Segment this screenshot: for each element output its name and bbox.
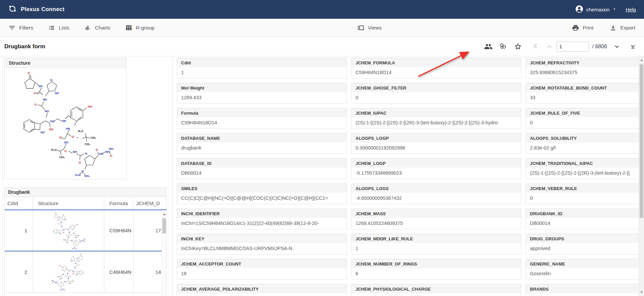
main-scrollbar-thumb[interactable] [640, 64, 643, 218]
field-label: JCHEM_GHOSE_FILTER [352, 83, 521, 92]
lists-label: Lists [59, 25, 69, 31]
form-field: CdId1 [177, 58, 347, 78]
content-area: Structure Drugbank CdId Structure Formul… [0, 56, 644, 296]
bar-chart-icon [84, 24, 92, 32]
field-value[interactable]: -4.650000095367432 [352, 193, 521, 204]
field-label: JCHEM_IUPAC [352, 108, 521, 117]
field-value[interactable]: C59H84N18O14 [352, 67, 521, 78]
scroll-up-icon[interactable] [640, 59, 643, 61]
last-record-button[interactable] [629, 42, 637, 51]
user-menu[interactable]: chemaxon [575, 5, 617, 14]
field-value[interactable]: 1 [177, 67, 346, 78]
table-row[interactable]: 2 C46H64N 14 [5, 251, 166, 293]
views-label: Views [368, 25, 382, 31]
help-link[interactable]: Help [626, 7, 636, 12]
filter-list-icon [8, 24, 16, 32]
form-field: JCHEM_MDDR_LIKE_RULE1 [351, 234, 521, 254]
views-panel-icon [357, 24, 365, 32]
main-toolbar: Filters Lists Charts R- [0, 19, 644, 37]
page-title: Drugbank form [4, 37, 45, 56]
field-label: JCHEM_ACCEPTOR_COUNT [177, 259, 346, 268]
field-value[interactable]: (2S)-1-[(2S)-2-[(2S)-2-[(2R)-3-(tert-but… [352, 117, 521, 129]
share-people-icon[interactable] [484, 42, 493, 51]
field-value[interactable]: 0 [526, 193, 639, 204]
field-column-3: JCHEM_REFRACTIVITY325.83880615234375JCHE… [526, 58, 639, 296]
download-icon [609, 24, 617, 32]
field-value[interactable]: DB00014 [526, 218, 639, 229]
field-label: JCHEM_RULE_OF_FIVE [526, 108, 639, 117]
form-field: JCHEM_REFRACTIVITY325.83880615234375 [526, 58, 639, 78]
grid-scrollbar[interactable] [162, 211, 166, 296]
field-label: BRANDS [526, 284, 639, 293]
print-button[interactable]: Print [572, 24, 593, 32]
field-value[interactable]: approved [526, 243, 639, 254]
field-value[interactable]: 1269.433 [177, 92, 346, 104]
field-value[interactable]: 325.83880615234375 [526, 67, 639, 78]
drugbank-grid: Drugbank CdId Structure Formula JCHEM_D … [4, 187, 167, 296]
grid-header-row: CdId Structure Formula JCHEM_D [5, 197, 166, 210]
field-value[interactable] [177, 293, 346, 296]
field-value[interactable]: InChI=1S/C59H84N18O14/c1-31(2)22-40(49(8… [177, 218, 346, 229]
field-value[interactable]: 0 [352, 92, 521, 104]
structure-panel-title: Structure [5, 58, 126, 68]
field-value[interactable] [526, 293, 639, 296]
previous-record-button[interactable] [545, 42, 554, 51]
scroll-up-icon[interactable] [163, 213, 166, 216]
views-button[interactable]: Views [357, 24, 382, 32]
field-value[interactable]: 6 [352, 268, 521, 280]
lists-button[interactable]: Lists [48, 24, 69, 32]
field-label: Mol Weight [177, 83, 346, 92]
field-value[interactable]: 0 [526, 117, 639, 129]
field-value[interactable]: 33 [526, 92, 639, 104]
charts-button[interactable]: Charts [84, 24, 110, 32]
main-scrollbar[interactable] [639, 56, 644, 296]
cell-cdid: 1 [5, 210, 33, 251]
filters-button[interactable]: Filters [8, 24, 33, 32]
field-value[interactable]: 0.30000001192092896 [352, 142, 521, 154]
table-row[interactable]: 1 C59H84N 17 [5, 210, 166, 251]
field-label: Formula [177, 108, 346, 117]
next-record-button[interactable] [612, 42, 621, 51]
structure-search-hexagons-icon[interactable] [499, 42, 507, 51]
field-value[interactable]: InChIKey=BLCLNMBMMGCOAS-URPVMXJPSA-N [177, 243, 346, 254]
scroll-down-icon[interactable] [640, 291, 643, 294]
grid-scrollbar-thumb[interactable] [162, 218, 166, 233]
field-value[interactable]: Goserelin [526, 268, 639, 280]
rgroup-button[interactable]: R-group [125, 24, 155, 32]
record-number-input[interactable] [556, 42, 589, 52]
rgroup-label: R-group [136, 25, 155, 31]
field-value[interactable]: C59H84N18O14 [177, 117, 346, 129]
form-field: FormulaC59H84N18O14 [177, 108, 347, 129]
field-label: GENERIC_NAME [526, 259, 639, 268]
structure-image[interactable] [5, 68, 126, 179]
field-value[interactable]: 1269.4105224609375 [352, 218, 521, 229]
field-value[interactable]: drugbank [177, 142, 346, 154]
first-record-button[interactable] [531, 42, 540, 51]
field-label: DRUGBANK_ID [526, 209, 639, 218]
column-header-cdid[interactable]: CdId [5, 197, 33, 210]
field-value[interactable]: (2S)-1-[(2S)-2-[(2S)-2-[(2R)-3-(tert-but… [526, 168, 639, 179]
field-label: JCHEM_FORMULA [352, 58, 521, 67]
field-value[interactable]: 1 [352, 243, 521, 254]
field-value[interactable]: 2.83e-02 g/l [526, 142, 639, 154]
form-field: INCHI_KEYInChIKey=BLCLNMBMMGCOAS-URPVMXJ… [177, 234, 347, 254]
form-field: DATABASE_IDDB00014 [177, 158, 347, 179]
field-value[interactable]: CC(C)C[C@H](NC(=O)[C@@H](COC(C)(C)C)NC(=… [177, 193, 346, 204]
column-header-structure[interactable]: Structure [33, 197, 104, 210]
form-field: JCHEM_NUMBER_OF_RINGS6 [351, 259, 521, 280]
field-label: JCHEM_PHYSIOLOGICAL_CHARGE [352, 284, 521, 293]
field-value[interactable]: 18 [177, 268, 346, 280]
export-button[interactable]: Export [609, 24, 635, 32]
form-field: ALOGPS_LOGS-4.650000095367432 [351, 183, 521, 204]
field-value[interactable] [352, 293, 521, 296]
favorite-star-icon[interactable] [514, 42, 522, 51]
field-label: JCHEM_LOGP [352, 159, 521, 168]
column-header-jchem-d[interactable]: JCHEM_D [133, 197, 166, 210]
form-field: JCHEM_LOGP-5.175573348999023 [351, 158, 521, 179]
form-field: BRANDS [526, 284, 639, 296]
form-header: Drugbank form [0, 37, 644, 56]
field-value[interactable]: -5.175573348999023 [352, 168, 521, 179]
field-value[interactable]: DB00014 [177, 168, 346, 179]
column-header-formula[interactable]: Formula [104, 197, 133, 210]
form-field: GENERIC_NAMEGoserelin [526, 259, 639, 280]
